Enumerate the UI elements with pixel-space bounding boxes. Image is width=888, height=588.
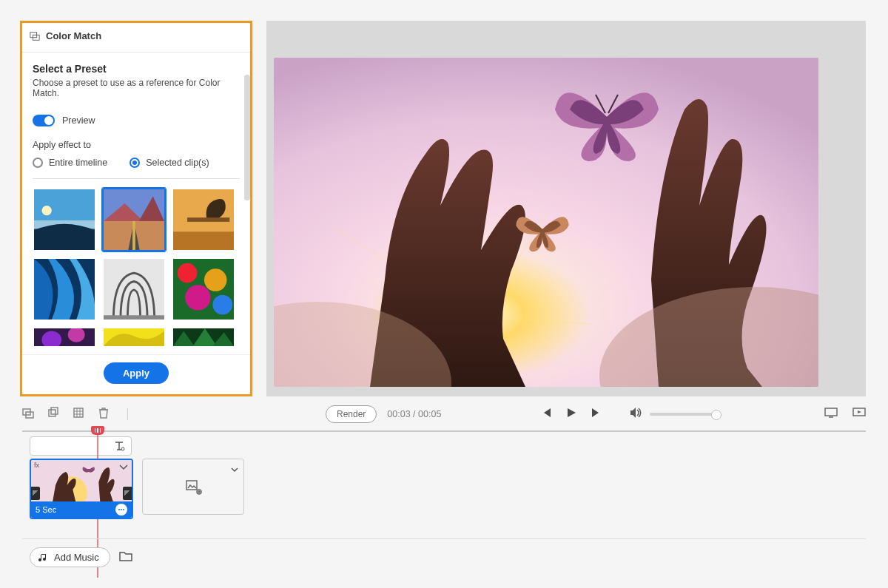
svg-rect-50 [186,481,197,490]
tool-icon-2[interactable] [47,407,59,422]
text-icon [113,440,125,452]
apply-effect-to-label: Apply effect to [33,140,240,150]
music-note-icon [38,552,48,563]
prev-icon[interactable] [540,407,552,422]
preset-thumb-1[interactable] [33,188,96,251]
preset-thumb-3[interactable] [172,188,235,251]
panel-scrollbar[interactable] [244,75,250,200]
add-music-label: Add Music [54,552,99,563]
preset-thumb-7[interactable] [33,327,96,348]
radio-selected-clips[interactable]: Selected clip(s) [130,158,209,168]
trash-icon[interactable] [98,407,110,422]
radio-entire-timeline-label: Entire timeline [49,158,107,168]
svg-point-30 [212,295,232,315]
svg-rect-25 [104,315,164,320]
clip-trim-left[interactable] [31,487,40,500]
preview-toggle[interactable] [33,115,55,126]
svg-point-47 [121,447,124,450]
divider [33,178,240,179]
panel-title-text: Color Match [46,30,101,41]
svg-point-28 [204,268,227,291]
clip-chevron-icon[interactable] [118,463,129,470]
preview-toggle-label: Preview [62,115,95,126]
preset-thumb-9[interactable] [172,327,235,348]
svg-point-27 [178,263,198,283]
render-button[interactable]: Render [326,405,377,423]
timeline-ruler[interactable] [22,430,866,432]
svg-rect-13 [34,189,95,225]
svg-rect-38 [49,410,56,416]
tool-icon-3[interactable] [73,407,84,422]
preset-thumb-6[interactable] [172,257,235,321]
folder-icon[interactable] [119,550,132,565]
apply-button[interactable]: Apply [104,362,169,384]
time-display: 00:03 / 00:05 [387,409,441,419]
tool-icon-1[interactable] [22,407,34,422]
timeline[interactable]: fx 5 Sec [22,430,866,519]
svg-point-29 [185,285,210,310]
title-track-slot[interactable] [30,436,132,456]
svg-point-15 [41,206,51,215]
display-icon-2[interactable] [852,406,866,422]
control-bar: Render 00:03 / 00:05 [22,402,866,426]
separator [127,408,128,420]
add-music-button[interactable]: Add Music [30,547,110,567]
clip-fx-badge: fx [34,462,39,469]
color-match-panel: Color Match Select a Preset Choose a pre… [20,21,252,396]
preset-heading: Select a Preset [33,63,240,75]
music-divider [22,538,866,539]
preset-thumb-4[interactable] [33,257,96,321]
playhead[interactable] [91,426,104,435]
svg-rect-39 [51,408,58,414]
preset-thumb-2[interactable] [102,188,166,251]
color-match-icon [30,31,40,41]
volume-icon[interactable] [629,406,642,422]
preset-thumb-5[interactable] [102,257,166,321]
timeline-clip-1[interactable]: fx 5 Sec [30,459,133,519]
preset-description: Choose a preset to use as a reference fo… [33,78,240,98]
clip-more-icon[interactable] [115,504,127,516]
svg-rect-21 [173,232,234,250]
panel-title: Color Match [22,23,250,53]
volume-slider[interactable] [650,413,718,416]
svg-rect-45 [825,408,837,416]
play-icon[interactable] [565,407,577,422]
next-icon[interactable] [591,407,602,422]
preset-thumb-8[interactable] [102,327,166,348]
svg-rect-19 [132,221,135,250]
display-icon-1[interactable] [824,406,838,422]
svg-rect-40 [74,408,83,417]
chevron-down-icon[interactable] [230,464,239,477]
clip-duration-label: 5 Sec [36,505,56,514]
clip-trim-right[interactable] [123,487,132,500]
timeline-empty-slot[interactable] [142,459,244,515]
svg-rect-22 [187,217,229,222]
radio-selected-clips-label: Selected clip(s) [146,158,209,168]
video-preview[interactable] [274,58,818,387]
add-media-icon [186,480,202,498]
preset-grid [33,188,240,348]
radio-entire-timeline[interactable]: Entire timeline [33,158,107,168]
